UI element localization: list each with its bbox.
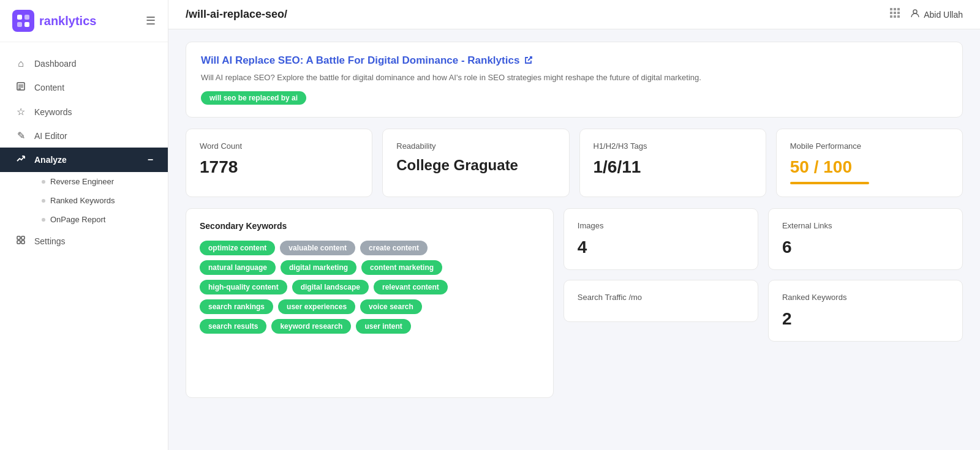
analyze-subnav: Reverse Engineer Ranked Keywords OnPage … bbox=[0, 172, 168, 229]
page-path: /will-ai-replace-seo/ bbox=[186, 8, 287, 21]
kw-tag[interactable]: content marketing bbox=[361, 260, 442, 275]
svg-rect-17 bbox=[890, 12, 892, 14]
sub-item-label: OnPage Report bbox=[50, 215, 105, 224]
mobile-perf-card: Mobile Performance 50 / 100 bbox=[776, 129, 963, 198]
sidebar: ranklytics ☰ ⌂ Dashboard Content ☆ Keywo… bbox=[0, 0, 168, 450]
content-icon bbox=[15, 81, 27, 94]
sidebar-item-reverse-engineer[interactable]: Reverse Engineer bbox=[34, 172, 168, 191]
ranked-keywords-value: 2 bbox=[782, 309, 949, 329]
kw-tag[interactable]: search results bbox=[200, 319, 266, 334]
sidebar-item-label: Analyze bbox=[34, 155, 67, 165]
main-content: /will-ai-replace-seo/ bbox=[168, 0, 980, 450]
tags-card: H1/H2/H3 Tags 1/6/11 bbox=[579, 129, 766, 198]
sidebar-item-analyze[interactable]: Analyze − bbox=[0, 148, 168, 172]
external-links-label: External Links bbox=[782, 221, 949, 230]
article-description: Will AI replace SEO? Explore the battle … bbox=[201, 72, 948, 84]
keywords-row-2: natural language digital marketing conte… bbox=[200, 260, 537, 275]
article-tag[interactable]: will seo be replaced by ai bbox=[201, 91, 306, 105]
pen-icon: ✎ bbox=[15, 130, 27, 141]
readability-label: Readability bbox=[396, 141, 555, 151]
grid-icon bbox=[15, 235, 27, 247]
svg-line-24 bbox=[528, 57, 532, 61]
article-card: Will AI Replace SEO: A Battle For Digita… bbox=[186, 42, 963, 118]
logo-icon bbox=[12, 10, 34, 32]
mobile-perf-bar bbox=[790, 182, 870, 184]
images-card: Images 4 bbox=[564, 208, 758, 270]
keywords-title: Secondary Keywords bbox=[200, 221, 540, 231]
sub-item-label: Reverse Engineer bbox=[50, 177, 114, 186]
bottom-row: Secondary Keywords optimize content valu… bbox=[186, 208, 963, 398]
sub-item-label: Ranked Keywords bbox=[50, 196, 115, 205]
svg-rect-11 bbox=[21, 236, 24, 239]
svg-rect-13 bbox=[21, 241, 24, 244]
kw-tag[interactable]: search rankings bbox=[200, 299, 273, 314]
images-value: 4 bbox=[578, 238, 744, 257]
kw-tag[interactable]: optimize content bbox=[200, 241, 275, 255]
svg-rect-21 bbox=[894, 15, 896, 18]
apps-icon[interactable] bbox=[889, 7, 900, 21]
kw-tag[interactable]: valuable content bbox=[280, 241, 355, 255]
kw-tag[interactable]: user experiences bbox=[278, 299, 355, 314]
user-menu[interactable]: Abid Ullah bbox=[910, 9, 963, 20]
keywords-row-1: optimize content valuable content create… bbox=[200, 241, 537, 255]
kw-tag[interactable]: natural language bbox=[200, 260, 276, 275]
article-title[interactable]: Will AI Replace SEO: A Battle For Digita… bbox=[201, 54, 948, 67]
user-icon bbox=[910, 9, 920, 20]
word-count-label: Word Count bbox=[200, 141, 358, 151]
search-traffic-label: Search Traffic /mo bbox=[578, 293, 744, 302]
word-count-card: Word Count 1778 bbox=[186, 129, 372, 198]
sidebar-item-label: Keywords bbox=[34, 107, 72, 117]
sidebar-item-content[interactable]: Content bbox=[0, 75, 168, 100]
sidebar-item-settings[interactable]: Settings bbox=[0, 229, 168, 253]
sidebar-item-dashboard[interactable]: ⌂ Dashboard bbox=[0, 52, 168, 75]
user-name: Abid Ullah bbox=[924, 10, 963, 20]
svg-rect-0 bbox=[17, 15, 22, 20]
keywords-row-3: high-quality content digital landscape r… bbox=[200, 280, 537, 294]
kw-tag[interactable]: digital marketing bbox=[281, 260, 356, 275]
external-link-icon bbox=[524, 56, 533, 66]
sidebar-item-ranked-keywords[interactable]: Ranked Keywords bbox=[34, 191, 168, 210]
sidebar-item-keywords[interactable]: ☆ Keywords bbox=[0, 100, 168, 124]
sidebar-item-label: AI Editor bbox=[34, 131, 67, 141]
kw-tag[interactable]: user intent bbox=[356, 319, 410, 334]
keywords-row-5: search results keyword research user int… bbox=[200, 319, 537, 334]
svg-rect-12 bbox=[17, 241, 20, 244]
sidebar-item-ai-editor[interactable]: ✎ AI Editor bbox=[0, 124, 168, 148]
mobile-perf-value: 50 / 100 bbox=[790, 157, 949, 178]
hamburger-icon[interactable]: ☰ bbox=[146, 14, 156, 28]
collapse-icon: − bbox=[148, 154, 153, 165]
home-icon: ⌂ bbox=[15, 58, 27, 69]
kw-tag[interactable]: voice search bbox=[360, 299, 422, 314]
tags-value: 1/6/11 bbox=[594, 157, 752, 178]
content-area: Will AI Replace SEO: A Battle For Digita… bbox=[168, 29, 980, 450]
kw-tag[interactable]: relevant content bbox=[374, 280, 448, 294]
sidebar-item-onpage-report[interactable]: OnPage Report bbox=[34, 210, 168, 229]
svg-rect-3 bbox=[24, 22, 29, 27]
kw-tag[interactable]: high-quality content bbox=[200, 280, 287, 294]
sidebar-item-label: Content bbox=[34, 83, 64, 92]
readability-value: College Graguate bbox=[396, 157, 555, 174]
external-links-card: External Links 6 bbox=[768, 208, 963, 270]
svg-rect-14 bbox=[890, 8, 892, 10]
mobile-perf-label: Mobile Performance bbox=[790, 141, 949, 151]
svg-rect-22 bbox=[897, 15, 900, 18]
svg-rect-16 bbox=[897, 8, 900, 10]
svg-point-23 bbox=[913, 10, 917, 13]
header: /will-ai-replace-seo/ bbox=[168, 0, 980, 29]
kw-tag[interactable]: keyword research bbox=[271, 319, 351, 334]
keywords-body[interactable]: optimize content valuable content create… bbox=[200, 241, 540, 383]
chart-icon bbox=[15, 154, 27, 166]
logo-area: ranklytics ☰ bbox=[0, 0, 168, 42]
svg-rect-15 bbox=[894, 8, 896, 10]
kw-tag[interactable]: digital landscape bbox=[292, 280, 369, 294]
readability-card: Readability College Graguate bbox=[382, 129, 569, 198]
kw-tag[interactable]: create content bbox=[360, 241, 428, 255]
svg-rect-19 bbox=[897, 12, 900, 14]
search-traffic-card: Search Traffic /mo bbox=[564, 280, 758, 322]
svg-rect-10 bbox=[17, 236, 20, 239]
word-count-value: 1778 bbox=[200, 157, 358, 178]
svg-rect-20 bbox=[890, 15, 892, 18]
external-links-value: 6 bbox=[782, 238, 949, 257]
sidebar-item-label: Dashboard bbox=[34, 59, 77, 69]
images-label: Images bbox=[578, 221, 744, 230]
